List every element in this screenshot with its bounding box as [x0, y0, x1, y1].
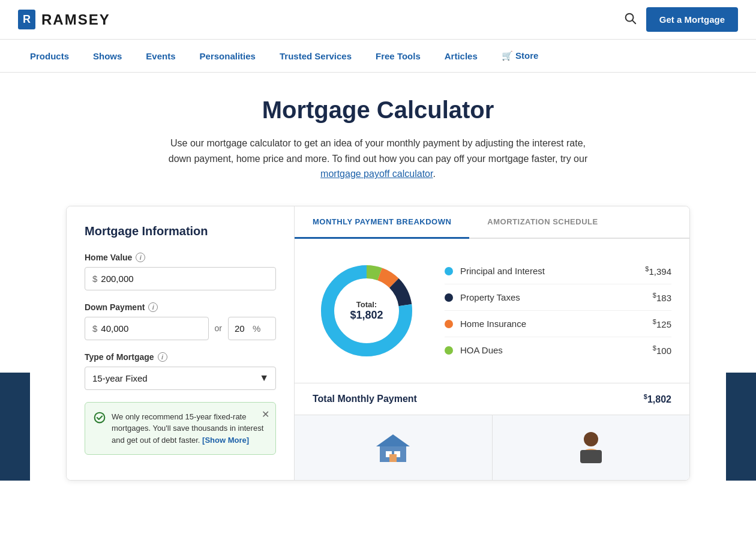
- svg-line-1: [632, 20, 635, 23]
- mortgage-type-select-wrapper: 15-year Fixed 30-year Fixed 10-year Fixe…: [85, 367, 276, 390]
- breakdown-content: Total: $1,802 Principal and Interest $1,…: [295, 239, 689, 383]
- svg-marker-8: [376, 434, 410, 446]
- legend-name-home-insurance: Home Insurance: [460, 319, 653, 329]
- tab-monthly-payment[interactable]: MONTHLY PAYMENT BREAKDOWN: [295, 206, 469, 239]
- mortgage-info-title: Mortgage Information: [85, 224, 276, 238]
- nav-item-trusted-services[interactable]: Trusted Services: [268, 40, 364, 72]
- home-value-label: Home Value i: [85, 253, 276, 262]
- svg-rect-12: [389, 454, 397, 462]
- total-monthly-value: $1,802: [644, 393, 671, 405]
- left-panel: Mortgage Information Home Value i $ Down…: [67, 206, 295, 480]
- side-decoration-right: [726, 373, 756, 481]
- bottom-card-house[interactable]: [295, 415, 493, 480]
- payoff-calculator-link[interactable]: mortgage payoff calculator: [320, 169, 433, 179]
- svg-rect-15: [580, 450, 602, 463]
- logo-name: RAMSEY: [41, 11, 110, 28]
- right-panel: MONTHLY PAYMENT BREAKDOWN AMORTIZATION S…: [295, 206, 689, 480]
- svg-point-2: [95, 412, 105, 422]
- legend-row-principal: Principal and Interest $1,394: [445, 258, 671, 284]
- mortgage-type-info-icon[interactable]: i: [158, 352, 167, 362]
- get-mortgage-button[interactable]: Get a Mortgage: [646, 7, 738, 32]
- down-payment-label: Down Payment i: [85, 302, 276, 312]
- agent-icon: [573, 427, 609, 463]
- down-payment-amount-input[interactable]: [101, 323, 200, 334]
- nav-item-free-tools[interactable]: Free Tools: [364, 40, 433, 72]
- total-monthly-label: Total Monthly Payment: [313, 394, 644, 404]
- percent-suffix: %: [253, 323, 260, 334]
- home-value-info-icon[interactable]: i: [136, 253, 145, 262]
- legend-name-principal: Principal and Interest: [460, 266, 645, 276]
- nav-item-shows[interactable]: Shows: [81, 40, 134, 72]
- home-value-input-wrapper: $: [85, 267, 276, 290]
- notice-box: We only recommend 15-year fixed-rate mor…: [85, 402, 276, 455]
- notice-check-icon: [94, 412, 106, 427]
- calculator-wrapper: Mortgage Information Home Value i $ Down…: [66, 206, 690, 481]
- site-header: R RAMSEY Get a Mortgage: [0, 0, 756, 40]
- legend-value-property-taxes: $183: [653, 292, 671, 303]
- down-payment-amount-wrapper: $: [85, 317, 209, 340]
- nav-item-personalities[interactable]: Personalities: [188, 40, 268, 72]
- legend-dot-property-taxes: [445, 293, 453, 302]
- donut-chart: Total: $1,802: [313, 257, 421, 365]
- mortgage-type-label: Type of Mortgage i: [85, 352, 276, 362]
- total-monthly-row: Total Monthly Payment $1,802: [295, 383, 689, 415]
- legend-dot-hoa-dues: [445, 346, 453, 355]
- notice-text: We only recommend 15-year fixed-rate mor…: [112, 411, 267, 446]
- donut-value: $1,802: [350, 309, 383, 322]
- legend-name-property-taxes: Property Taxes: [460, 292, 653, 302]
- down-payment-row: $ or %: [85, 317, 276, 340]
- legend-value-principal: $1,394: [645, 265, 671, 277]
- logo-area: R RAMSEY: [18, 10, 110, 29]
- notice-close-button[interactable]: ✕: [262, 409, 269, 420]
- legend-value-home-insurance: $125: [653, 318, 671, 329]
- legend-row-hoa-dues: HOA Dues $100: [445, 337, 671, 363]
- donut-label: Total:: [350, 300, 383, 309]
- nav-item-store[interactable]: 🛒 Store: [490, 40, 551, 72]
- tabs-row: MONTHLY PAYMENT BREAKDOWN AMORTIZATION S…: [295, 206, 689, 239]
- side-decoration-left: [0, 373, 30, 481]
- show-more-link[interactable]: [Show More]: [202, 436, 249, 445]
- main-content: Mortgage Calculator Use our mortgage cal…: [18, 73, 738, 493]
- down-payment-prefix: $: [92, 323, 97, 334]
- down-payment-info-icon[interactable]: i: [148, 302, 158, 312]
- home-value-input[interactable]: [101, 274, 268, 284]
- page-title: Mortgage Calculator: [30, 97, 726, 124]
- tab-amortization[interactable]: AMORTIZATION SCHEDULE: [469, 206, 616, 239]
- legend-dot-principal: [445, 267, 453, 275]
- nav-item-articles[interactable]: Articles: [433, 40, 490, 72]
- down-payment-percent-wrapper: %: [228, 317, 276, 340]
- nav-item-products[interactable]: Products: [18, 40, 81, 72]
- legend-row-home-insurance: Home Insurance $125: [445, 311, 671, 337]
- bottom-card-agent[interactable]: [493, 415, 690, 480]
- header-right: Get a Mortgage: [623, 7, 738, 32]
- logo-icon: R: [18, 10, 35, 29]
- bottom-cards: [295, 415, 689, 480]
- or-text: or: [215, 323, 222, 333]
- main-nav: Products Shows Events Personalities Trus…: [0, 40, 756, 73]
- house-icon: [375, 433, 411, 463]
- svg-point-13: [584, 432, 598, 446]
- legend-value-hoa-dues: $100: [653, 344, 671, 356]
- breakdown-legend: Principal and Interest $1,394 Property T…: [445, 258, 671, 363]
- donut-center: Total: $1,802: [350, 300, 383, 322]
- legend-dot-home-insurance: [445, 320, 453, 328]
- mortgage-type-select[interactable]: 15-year Fixed 30-year Fixed 10-year Fixe…: [85, 367, 276, 390]
- down-payment-percent-input[interactable]: [235, 323, 253, 334]
- nav-item-events[interactable]: Events: [134, 40, 187, 72]
- home-value-prefix: $: [92, 274, 97, 284]
- page-description: Use our mortgage calculator to get an id…: [168, 136, 588, 182]
- legend-row-property-taxes: Property Taxes $183: [445, 284, 671, 311]
- calculator-outer: Mortgage Information Home Value i $ Down…: [30, 206, 726, 481]
- search-button[interactable]: [623, 11, 637, 28]
- legend-name-hoa-dues: HOA Dues: [460, 345, 653, 355]
